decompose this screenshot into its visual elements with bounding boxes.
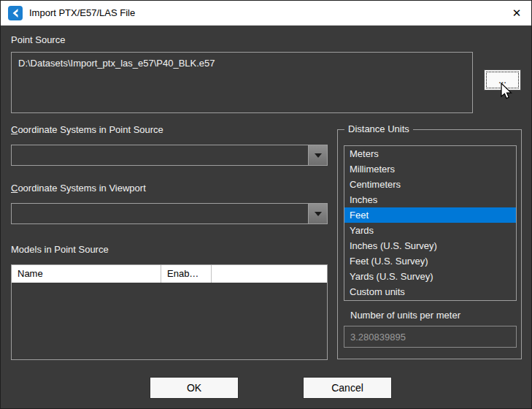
column-header-enabled[interactable]: Enab… — [161, 265, 212, 283]
coord-viewport-combobox[interactable] — [11, 203, 328, 224]
coord-source-dropdown-button[interactable] — [308, 145, 327, 165]
unit-item-meters[interactable]: Meters — [344, 146, 516, 161]
coord-viewport-label-mnemonic: C — [11, 183, 18, 194]
title-bar: Import PTX/E57/LAS File ✕ — [1, 1, 531, 26]
distance-units-group: Distance Units Meters Millimeters Centim… — [337, 129, 522, 359]
distance-units-list[interactable]: Meters Millimeters Centimeters Inches Fe… — [344, 145, 517, 301]
chevron-down-icon — [315, 212, 322, 216]
browse-button-label: ... — [498, 74, 506, 85]
coord-source-combobox[interactable] — [11, 145, 328, 166]
unit-item-feet-us-survey[interactable]: Feet (U.S. Survey) — [344, 253, 516, 269]
point-source-label: Point Source — [11, 34, 65, 45]
browse-button[interactable]: ... — [484, 69, 521, 91]
app-icon — [8, 6, 23, 20]
unit-item-yards-us-survey[interactable]: Yards (U.S. Survey) — [344, 269, 516, 284]
unit-item-inches-us-survey[interactable]: Inches (U.S. Survey) — [344, 238, 516, 253]
ok-button[interactable]: OK — [150, 377, 239, 399]
unit-item-feet-selected[interactable]: Feet — [344, 207, 516, 223]
import-dialog: Import PTX/E57/LAS File ✕ Point Source D… — [0, 0, 532, 409]
coord-viewport-label-rest: oordinate Systems in Viewport — [18, 183, 145, 194]
column-header-name[interactable]: Name — [12, 265, 161, 283]
models-table[interactable]: Name Enab… — [11, 264, 328, 360]
coord-source-label-mnemonic: C — [11, 124, 18, 135]
cancel-button[interactable]: Cancel — [303, 377, 392, 399]
units-per-meter-input — [344, 326, 517, 348]
unit-item-custom-units[interactable]: Custom units — [344, 284, 516, 299]
units-per-meter-label: Number of units per meter — [350, 310, 460, 321]
coord-source-label: Coordinate Systems in Point Source — [11, 124, 163, 135]
unit-item-millimeters[interactable]: Millimeters — [344, 161, 516, 177]
coord-viewport-dropdown-button[interactable] — [308, 204, 327, 223]
close-button[interactable]: ✕ — [505, 2, 528, 24]
point-source-box[interactable]: D:\Datasets\Import_ptx_las_e57\P40_BLK.e… — [11, 52, 473, 113]
unit-item-yards[interactable]: Yards — [344, 223, 516, 238]
window-title: Import PTX/E57/LAS File — [29, 7, 135, 18]
unit-item-inches[interactable]: Inches — [344, 192, 516, 207]
coord-source-label-rest: oordinate Systems in Point Source — [18, 124, 163, 135]
point-source-path: D:\Datasets\Import_ptx_las_e57\P40_BLK.e… — [12, 53, 472, 74]
models-label: Models in Point Source — [11, 244, 109, 255]
models-table-header: Name Enab… — [12, 265, 327, 283]
close-icon: ✕ — [512, 7, 522, 20]
column-header-spacer — [212, 265, 327, 283]
unit-item-centimeters[interactable]: Centimeters — [344, 177, 516, 192]
distance-units-group-label: Distance Units — [344, 123, 413, 134]
chevron-down-icon — [315, 153, 322, 158]
coord-viewport-label: Coordinate Systems in Viewport — [11, 183, 146, 194]
